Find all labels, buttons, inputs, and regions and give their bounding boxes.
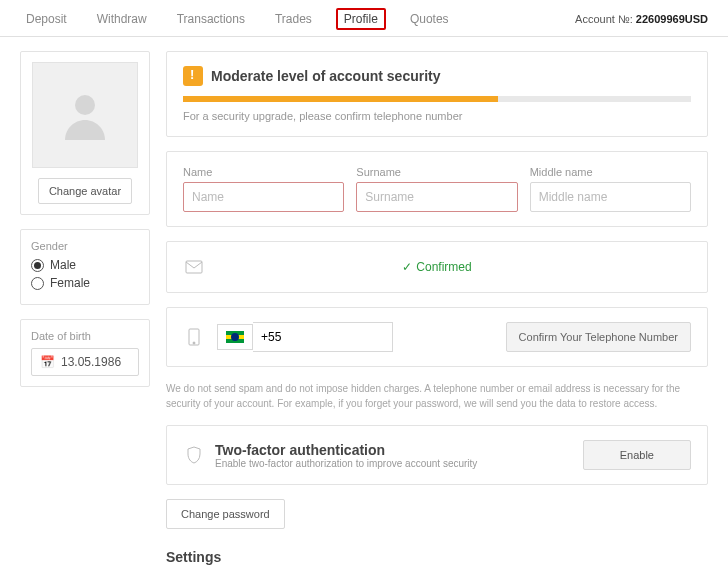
middle-label: Middle name (530, 166, 691, 178)
dob-box: Date of birth 📅 13.05.1986 (20, 319, 150, 387)
tab-trades[interactable]: Trades (269, 8, 318, 30)
tab-withdraw[interactable]: Withdraw (91, 8, 153, 30)
surname-input[interactable] (356, 182, 517, 212)
settings-heading: Settings (166, 549, 708, 565)
dob-input[interactable]: 📅 13.05.1986 (31, 348, 139, 376)
name-label: Name (183, 166, 344, 178)
surname-label: Surname (356, 166, 517, 178)
security-progress (183, 96, 691, 102)
security-panel: Moderate level of account security For a… (166, 51, 708, 137)
tab-transactions[interactable]: Transactions (171, 8, 251, 30)
email-panel: ✓ Confirmed (166, 241, 708, 293)
check-icon: ✓ (402, 260, 412, 274)
gender-female-option[interactable]: Female (31, 276, 139, 290)
radio-unchecked-icon (31, 277, 44, 290)
twofa-panel: Two-factor authentication Enable two-fac… (166, 425, 708, 485)
spam-note: We do not send spam and do not impose hi… (166, 381, 708, 411)
security-note: For a security upgrade, please confirm t… (183, 110, 691, 122)
email-icon (183, 256, 205, 278)
security-title: Moderate level of account security (211, 68, 441, 84)
tab-deposit[interactable]: Deposit (20, 8, 73, 30)
name-panel: Name Surname Middle name (166, 151, 708, 227)
twofa-title: Two-factor authentication (215, 442, 477, 458)
gender-box: Gender Male Female (20, 229, 150, 305)
gender-male-option[interactable]: Male (31, 258, 139, 272)
email-confirmed: ✓ Confirmed (402, 260, 471, 274)
shield-icon (183, 444, 205, 466)
top-tabs: Deposit Withdraw Transactions Trades Pro… (20, 8, 455, 30)
account-number: Account №: 22609969USD (575, 13, 708, 25)
user-icon (55, 85, 115, 145)
phone-panel: Confirm Your Telephone Number (166, 307, 708, 367)
change-avatar-button[interactable]: Change avatar (38, 178, 132, 204)
avatar-placeholder (32, 62, 138, 168)
confirm-phone-button[interactable]: Confirm Your Telephone Number (506, 322, 691, 352)
tab-profile[interactable]: Profile (336, 8, 386, 30)
svg-point-0 (75, 95, 95, 115)
flag-brazil-icon (226, 331, 244, 343)
phone-icon (183, 326, 205, 348)
avatar-box: Change avatar (20, 51, 150, 215)
name-input[interactable] (183, 182, 344, 212)
gender-label: Gender (31, 240, 139, 252)
phone-input[interactable] (253, 322, 393, 352)
country-flag-select[interactable] (217, 324, 253, 350)
tab-quotes[interactable]: Quotes (404, 8, 455, 30)
warning-icon (183, 66, 203, 86)
twofa-enable-button[interactable]: Enable (583, 440, 691, 470)
change-password-button[interactable]: Change password (166, 499, 285, 529)
calendar-icon: 📅 (40, 355, 55, 369)
twofa-sub: Enable two-factor authorization to impro… (215, 458, 477, 469)
dob-label: Date of birth (31, 330, 139, 342)
svg-rect-1 (186, 261, 202, 273)
svg-point-3 (193, 342, 195, 344)
radio-checked-icon (31, 259, 44, 272)
middle-input[interactable] (530, 182, 691, 212)
